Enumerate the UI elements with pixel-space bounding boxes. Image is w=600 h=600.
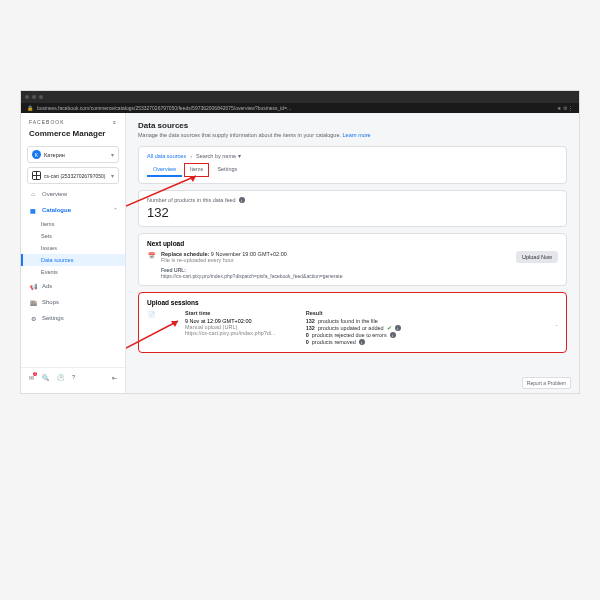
- info-icon[interactable]: i: [390, 332, 396, 338]
- grid-icon: [32, 171, 41, 180]
- calendar-icon: 📅: [147, 251, 155, 259]
- url-text: business.facebook.com/commerce/catalogs/…: [37, 105, 291, 111]
- info-icon[interactable]: i: [395, 325, 401, 331]
- result-label: Result: [306, 310, 401, 316]
- account-selector[interactable]: K Катерин ▾: [27, 146, 119, 163]
- search-by-name[interactable]: Search by name ▾: [196, 153, 241, 159]
- info-icon[interactable]: i: [359, 339, 365, 345]
- start-time-label: Start time: [185, 310, 276, 316]
- lock-icon: 🔒: [27, 105, 33, 111]
- product-count: 132: [147, 205, 558, 220]
- info-icon[interactable]: i: [239, 197, 245, 203]
- menu-icon[interactable]: ≡: [113, 119, 117, 125]
- megaphone-icon: 📢: [29, 282, 37, 290]
- learn-more-link[interactable]: Learn more: [343, 132, 371, 138]
- sessions-title: Upload sessions: [147, 299, 558, 306]
- next-upload-title: Next upload: [147, 240, 558, 247]
- catalog-selector[interactable]: cs-cart (253327026797050) ▾: [27, 167, 119, 184]
- nav-issues[interactable]: Issues: [21, 242, 125, 254]
- gear-icon: ⚙: [29, 314, 37, 322]
- tab-items[interactable]: Items: [184, 163, 209, 177]
- nav-overview[interactable]: ⌂Overview: [21, 186, 125, 202]
- browser-window: 🔒 business.facebook.com/commerce/catalog…: [20, 90, 580, 394]
- file-icon: 📄: [147, 310, 155, 318]
- nav-data-sources[interactable]: Data sources: [21, 254, 125, 266]
- catalog-name: cs-cart (253327026797050): [44, 173, 105, 179]
- nav-events[interactable]: Events: [21, 266, 125, 278]
- sidebar: FACEBOOK ≡ Commerce Manager K Катерин ▾ …: [21, 113, 126, 393]
- mail-icon[interactable]: ✉2: [29, 374, 34, 381]
- chevron-up-icon: ˄: [114, 207, 117, 214]
- account-name: Катерин: [44, 152, 65, 158]
- chevron-down-icon: ▾: [111, 152, 114, 158]
- nav-shops[interactable]: 🏬Shops: [21, 294, 125, 310]
- nav-ads[interactable]: 📢Ads: [21, 278, 125, 294]
- upload-sessions-card: Upload sessions 📄 Start time 9 Nov at 12…: [138, 292, 567, 353]
- chevron-down-icon: ▾: [111, 173, 114, 179]
- app-title: Commerce Manager: [21, 127, 125, 144]
- home-icon: ⌂: [29, 190, 37, 198]
- upload-now-button[interactable]: Upload Now: [516, 251, 558, 263]
- nav-catalogue[interactable]: ▦Catalogue˄: [21, 202, 125, 218]
- tabs: Overview Items Settings: [147, 163, 558, 177]
- address-bar[interactable]: 🔒 business.facebook.com/commerce/catalog…: [21, 103, 579, 113]
- page-title: Data sources: [138, 121, 567, 130]
- collapse-icon[interactable]: ⇤: [112, 374, 117, 381]
- breadcrumb: All data sources › Search by name ▾: [147, 153, 558, 159]
- next-upload-card: Next upload 📅 Replace schedule: 9 Novemb…: [138, 233, 567, 286]
- expand-icon[interactable]: ˄: [555, 325, 558, 331]
- nav-sets[interactable]: Sets: [21, 230, 125, 242]
- sidebar-footer: ✉2 🔍 🕐 ? ⇤: [21, 367, 125, 387]
- feed-url: https://cs-cart.pixy.pro/index.php?dispa…: [161, 273, 342, 279]
- extension-icons[interactable]: ★ ⚙ ⋮: [557, 105, 573, 111]
- breadcrumb-link[interactable]: All data sources: [147, 153, 186, 159]
- shop-icon: 🏬: [29, 298, 37, 306]
- avatar: K: [32, 150, 41, 159]
- clock-icon[interactable]: 🕐: [57, 374, 64, 381]
- grid-icon: ▦: [29, 206, 37, 214]
- main-content: Data sources Manage the data sources tha…: [126, 113, 579, 393]
- report-problem-button[interactable]: Report a Problem: [522, 377, 571, 389]
- nav-items[interactable]: Items: [21, 218, 125, 230]
- help-icon[interactable]: ?: [72, 374, 75, 381]
- check-icon: ✔: [387, 325, 392, 331]
- brand: FACEBOOK: [29, 119, 65, 125]
- search-icon[interactable]: 🔍: [42, 374, 49, 381]
- tab-settings[interactable]: Settings: [211, 163, 243, 177]
- session-url: https://cs-cart.pixy.pro/index.php?di...: [185, 330, 276, 336]
- upload-note: File is re-uploaded every hour: [161, 257, 510, 263]
- browser-tabs: [21, 91, 579, 103]
- page-subtitle: Manage the data sources that supply info…: [138, 132, 567, 138]
- count-label: Number of products in this data feed i: [147, 197, 558, 203]
- nav-settings[interactable]: ⚙Settings: [21, 310, 125, 326]
- count-card: Number of products in this data feed i 1…: [138, 190, 567, 227]
- tabs-card: All data sources › Search by name ▾ Over…: [138, 146, 567, 184]
- tab-overview[interactable]: Overview: [147, 163, 182, 177]
